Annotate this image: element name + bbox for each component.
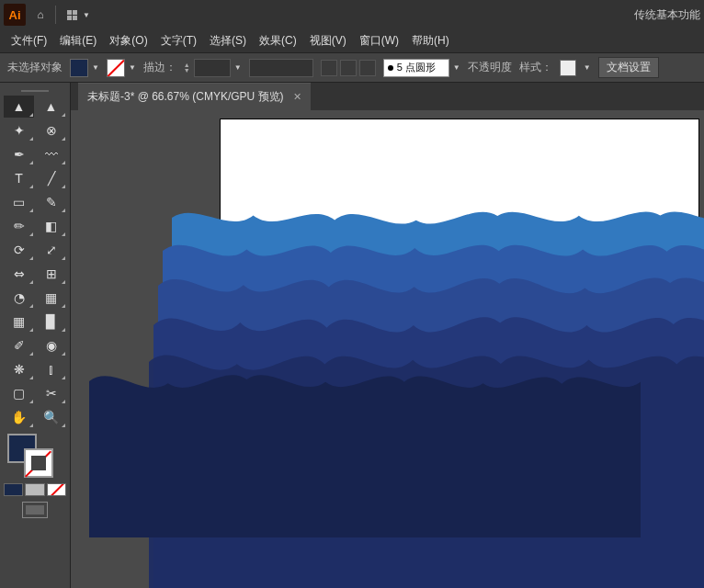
stroke-swatch[interactable]: [107, 59, 125, 77]
fill-stroke-control[interactable]: [4, 432, 66, 481]
tool-artboard[interactable]: ▢: [4, 382, 34, 404]
tool-pen[interactable]: ✒: [4, 143, 34, 165]
title-bar: Ai ⌂ ▼ 传统基本功能: [0, 0, 704, 29]
grid-icon: [67, 10, 77, 20]
tool-zoom[interactable]: 🔍: [36, 406, 66, 428]
menu-文件[interactable]: 文件(F): [6, 29, 52, 52]
stroke-swatch-group[interactable]: ▼: [107, 59, 136, 77]
tool-shape-builder[interactable]: ◔: [4, 287, 34, 309]
tool-free-transform[interactable]: ⊞: [36, 263, 66, 285]
tool-hand[interactable]: ✋: [4, 406, 34, 428]
menu-效果[interactable]: 效果(C): [254, 29, 302, 52]
chevron-down-icon: ▼: [453, 63, 460, 72]
document-tabs: 未标题-3* @ 66.67% (CMYK/GPU 预览) ✕: [71, 83, 704, 110]
document-tab[interactable]: 未标题-3* @ 66.67% (CMYK/GPU 预览) ✕: [78, 83, 311, 110]
menu-选择[interactable]: 选择(S): [204, 29, 252, 52]
tool-blend[interactable]: ◉: [36, 334, 66, 356]
style-swatch[interactable]: [560, 60, 576, 76]
menu-窗口[interactable]: 窗口(W): [354, 29, 404, 52]
screen-mode[interactable]: [4, 502, 66, 518]
tool-selection[interactable]: ▲: [4, 96, 34, 118]
tool-mesh[interactable]: ▦: [4, 311, 34, 333]
stroke-width-input[interactable]: [194, 59, 231, 77]
cap-options[interactable]: [321, 60, 376, 76]
toolbox: ▲▲✦⊗✒〰T╱▭✎✏◧⟳⤢⇔⊞◔▦▦▉✐◉❋⫿▢✂✋🔍: [0, 83, 71, 588]
tool-pencil[interactable]: ✏: [4, 215, 34, 237]
tool-gradient[interactable]: ▉: [36, 311, 66, 333]
swatch[interactable]: [47, 483, 66, 496]
stroke-width[interactable]: ▲▼ ▼: [184, 59, 242, 77]
stroke-color[interactable]: [24, 448, 53, 478]
workspace-switcher[interactable]: 传统基本功能: [634, 7, 700, 23]
tool-direct-selection[interactable]: ▲: [36, 96, 66, 118]
brush-label: 5 点圆形: [397, 61, 436, 74]
chevron-down-icon: ▼: [92, 63, 99, 72]
tool-eyedropper[interactable]: ✐: [4, 334, 34, 356]
menu-视图[interactable]: 视图(V): [304, 29, 352, 52]
stroke-label: 描边：: [143, 60, 176, 75]
canvas-area: 未标题-3* @ 66.67% (CMYK/GPU 预览) ✕: [71, 83, 704, 588]
document-setup-button[interactable]: 文档设置: [598, 57, 659, 78]
tool-rectangle[interactable]: ▭: [4, 191, 34, 213]
brush-select[interactable]: 5 点圆形 ▼: [383, 59, 460, 77]
tool-rotate[interactable]: ⟳: [4, 239, 34, 261]
dot-icon: [388, 65, 393, 71]
menu-对象[interactable]: 对象(O): [104, 29, 153, 52]
tool-perspective[interactable]: ▦: [36, 287, 66, 309]
menu-文字[interactable]: 文字(T): [155, 29, 202, 52]
color-mode-row: [4, 483, 66, 496]
opacity-label[interactable]: 不透明度: [468, 60, 512, 75]
selection-status: 未选择对象: [7, 60, 62, 75]
options-bar: 未选择对象 ▼ ▼ 描边： ▲▼ ▼ 5 点圆形 ▼ 不透明度 样式： ▼ 文档…: [0, 53, 704, 83]
divider: [55, 6, 56, 24]
panel-handle[interactable]: [4, 86, 66, 96]
fill-swatch[interactable]: [70, 59, 88, 77]
tool-width[interactable]: ⇔: [4, 263, 34, 285]
arrange-documents[interactable]: ▼: [62, 10, 96, 20]
tool-column-graph[interactable]: ⫿: [36, 358, 66, 380]
tool-paintbrush[interactable]: ✎: [36, 191, 66, 213]
stepper-icon[interactable]: ▲▼: [184, 62, 190, 74]
swatch[interactable]: [25, 483, 44, 496]
chevron-down-icon: ▼: [83, 11, 90, 19]
tool-scale[interactable]: ⤢: [36, 239, 66, 261]
wave-shape[interactable]: [89, 354, 641, 537]
tool-lasso[interactable]: ⊗: [36, 119, 66, 141]
tool-magic-wand[interactable]: ✦: [4, 119, 34, 141]
tool-slice[interactable]: ✂: [36, 382, 66, 404]
chevron-down-icon: ▼: [129, 63, 136, 72]
app-logo: Ai: [4, 4, 26, 26]
tool-symbol-sprayer[interactable]: ❋: [4, 358, 34, 380]
fill-swatch-group[interactable]: ▼: [70, 59, 99, 77]
canvas-viewport[interactable]: [71, 110, 704, 588]
tab-title: 未标题-3* @ 66.67% (CMYK/GPU 预览): [87, 89, 284, 105]
tool-eraser[interactable]: ◧: [36, 215, 66, 237]
swatch[interactable]: [4, 483, 23, 496]
profile-select[interactable]: [249, 59, 313, 77]
menu-bar: 文件(F)编辑(E)对象(O)文字(T)选择(S)效果(C)视图(V)窗口(W)…: [0, 29, 704, 53]
chevron-down-icon: ▼: [234, 63, 242, 72]
tool-type[interactable]: T: [4, 167, 34, 189]
home-icon[interactable]: ⌂: [31, 6, 50, 24]
chevron-down-icon: ▼: [584, 63, 591, 72]
close-icon[interactable]: ✕: [293, 91, 301, 103]
style-label: 样式：: [519, 60, 552, 75]
tool-curvature[interactable]: 〰: [36, 143, 66, 165]
screen-icon: [22, 502, 48, 518]
menu-编辑[interactable]: 编辑(E): [54, 29, 102, 52]
tool-line[interactable]: ╱: [36, 167, 66, 189]
menu-帮助[interactable]: 帮助(H): [406, 29, 455, 52]
